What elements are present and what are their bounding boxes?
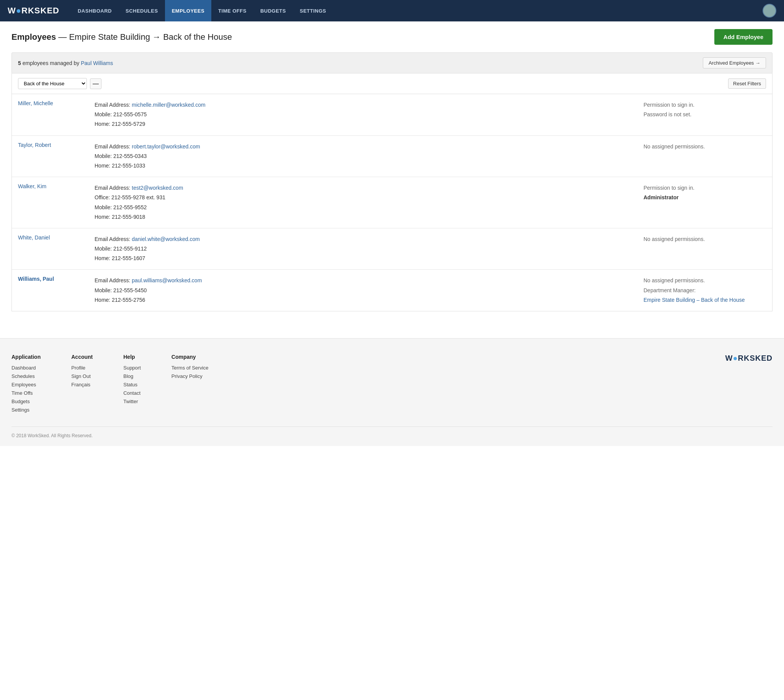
reset-filters-button[interactable]: Reset Filters [728, 78, 766, 89]
nav-logo: W●RKSKED [8, 6, 59, 16]
employee-permissions-col: No assigned permissions. [644, 235, 766, 244]
table-row: White, Daniel Email Address: daniel.whit… [12, 228, 772, 270]
email-link[interactable]: paul.williams@worksked.com [132, 277, 202, 283]
mobile-line: Mobile: 212-555-0343 [95, 152, 644, 161]
employee-contact-col: Email Address: paul.williams@worksked.co… [95, 276, 644, 305]
employee-name-col: White, Daniel [18, 235, 95, 241]
footer-logo-area: W●RKSKED [725, 354, 772, 415]
nav-link-schedules[interactable]: SCHEDULES [119, 0, 165, 22]
employee-name-col: Miller, Michelle [18, 100, 95, 106]
department-filter[interactable]: Back of the House [18, 78, 87, 89]
home-line: Home: 212-555-1607 [95, 253, 644, 263]
employee-name-col: Taylor, Robert [18, 142, 95, 148]
nav: W●RKSKED DASHBOARD SCHEDULES EMPLOYEES T… [0, 0, 784, 22]
manager-link[interactable]: Paul Williams [81, 60, 113, 66]
employee-name-col: Walker, Kim [18, 183, 95, 189]
nav-link-dashboard[interactable]: DASHBOARD [71, 0, 119, 22]
employee-contact-col: Email Address: daniel.white@worksked.com… [95, 235, 644, 263]
footer-link-timeoffs[interactable]: Time Offs [12, 390, 33, 396]
footer-link-francais[interactable]: Français [71, 382, 90, 387]
perm-line1: No assigned permissions. [644, 235, 766, 244]
footer-link-privacy[interactable]: Privacy Policy [172, 373, 202, 379]
footer-link-budgets[interactable]: Budgets [12, 398, 30, 404]
home-line: Home: 212-555-9018 [95, 212, 644, 222]
employee-name-link[interactable]: Miller, Michelle [18, 100, 53, 106]
footer-link-schedules[interactable]: Schedules [12, 373, 35, 379]
perm-line1: Permission to sign in. [644, 183, 766, 193]
add-employee-button[interactable]: Add Employee [714, 29, 772, 45]
filter-left: Back of the House — [18, 78, 102, 89]
footer-link-status[interactable]: Status [123, 382, 137, 387]
perm-line1: No assigned permissions. [644, 142, 766, 152]
email-link[interactable]: daniel.white@worksked.com [132, 236, 200, 242]
footer-link-blog[interactable]: Blog [123, 373, 133, 379]
nav-link-budgets[interactable]: BUDGETS [253, 0, 293, 22]
footer-heading-help: Help [123, 354, 141, 360]
info-bar-text: 5 employees managed by Paul Williams [18, 60, 113, 66]
page-title-bold: Employees [12, 32, 56, 42]
perm-role: Administrator [644, 194, 679, 200]
mobile-line: Mobile: 212-555-5450 [95, 286, 644, 295]
info-bar-managed-text: employees managed by [21, 60, 81, 66]
employee-count: 5 [18, 60, 21, 66]
employee-permissions-col: Permission to sign in. Password is not s… [644, 100, 766, 119]
email-link[interactable]: test2@worksked.com [132, 185, 183, 191]
footer-link-employees[interactable]: Employees [12, 382, 36, 387]
email-line: Email Address: daniel.white@worksked.com [95, 235, 644, 244]
perm-dept-link: Empire State Building – Back of the Hous… [644, 295, 766, 305]
footer-col-account: Account Profile Sign Out Français [71, 354, 93, 415]
home-line: Home: 212-555-5729 [95, 119, 644, 129]
employee-name-link[interactable]: Walker, Kim [18, 183, 46, 189]
archived-employees-button[interactable]: Archived Employees → [703, 57, 766, 68]
main-content: 5 employees managed by Paul Williams Arc… [0, 52, 784, 323]
table-row: Taylor, Robert Email Address: robert.tay… [12, 135, 772, 177]
nav-link-settings[interactable]: SETTINGS [293, 0, 333, 22]
footer-heading-company: Company [172, 354, 209, 360]
footer-grid: Application Dashboard Schedules Employee… [12, 354, 772, 415]
perm-line1: No assigned permissions. [644, 276, 766, 285]
perm-line1: Permission to sign in. [644, 100, 766, 110]
email-line: Email Address: paul.williams@worksked.co… [95, 276, 644, 285]
page-title-rest: — Empire State Building → Back of the Ho… [56, 32, 232, 42]
table-row: Williams, Paul Email Address: paul.willi… [12, 269, 772, 311]
footer-logo: W●RKSKED [725, 354, 772, 363]
footer-link-settings[interactable]: Settings [12, 407, 30, 413]
email-line: Email Address: michelle.miller@worksked.… [95, 100, 644, 110]
nav-link-employees[interactable]: EMPLOYEES [165, 0, 211, 22]
footer-col-company: Company Terms of Service Privacy Policy [172, 354, 209, 415]
footer-col-help: Help Support Blog Status Contact Twitter [123, 354, 141, 415]
email-link[interactable]: michelle.miller@worksked.com [132, 102, 205, 108]
mobile-line: Mobile: 212-555-9112 [95, 244, 644, 253]
employee-name-link[interactable]: Taylor, Robert [18, 142, 51, 148]
email-line: Email Address: test2@worksked.com [95, 183, 644, 193]
nav-link-timeoffs[interactable]: TIME OFFS [211, 0, 253, 22]
employee-name-link[interactable]: Williams, Paul [18, 276, 54, 282]
email-link[interactable]: robert.taylor@worksked.com [132, 143, 200, 150]
page-header: Employees — Empire State Building → Back… [0, 22, 784, 52]
mobile-line: Mobile: 212-555-0575 [95, 110, 644, 119]
page-title: Employees — Empire State Building → Back… [12, 32, 232, 42]
footer-col-application: Application Dashboard Schedules Employee… [12, 354, 40, 415]
office-line: Office: 212-555-9278 ext. 931 [95, 193, 644, 202]
footer-link-signout[interactable]: Sign Out [71, 373, 91, 379]
employee-permissions-col: No assigned permissions. [644, 142, 766, 152]
home-line: Home: 212-555-1033 [95, 161, 644, 171]
employee-table: Miller, Michelle Email Address: michelle… [12, 94, 772, 312]
employee-name-link[interactable]: White, Daniel [18, 235, 50, 241]
footer-link-tos[interactable]: Terms of Service [172, 365, 209, 371]
home-line: Home: 212-555-2756 [95, 295, 644, 305]
filter-bar: Back of the House — Reset Filters [12, 73, 772, 94]
department-link[interactable]: Empire State Building – Back of the Hous… [644, 297, 745, 303]
employee-contact-col: Email Address: robert.taylor@worksked.co… [95, 142, 644, 171]
footer-link-dashboard[interactable]: Dashboard [12, 365, 36, 371]
footer-link-profile[interactable]: Profile [71, 365, 85, 371]
employee-permissions-col: No assigned permissions. Department Mana… [644, 276, 766, 305]
footer-link-support[interactable]: Support [123, 365, 141, 371]
avatar[interactable] [762, 4, 776, 18]
footer-link-twitter[interactable]: Twitter [123, 398, 138, 404]
footer-link-contact[interactable]: Contact [123, 390, 140, 396]
perm-line2: Administrator [644, 193, 766, 202]
employee-name-col: Williams, Paul [18, 276, 95, 282]
perm-line2: Department Manager: [644, 286, 766, 295]
remove-filter-button[interactable]: — [90, 78, 102, 89]
